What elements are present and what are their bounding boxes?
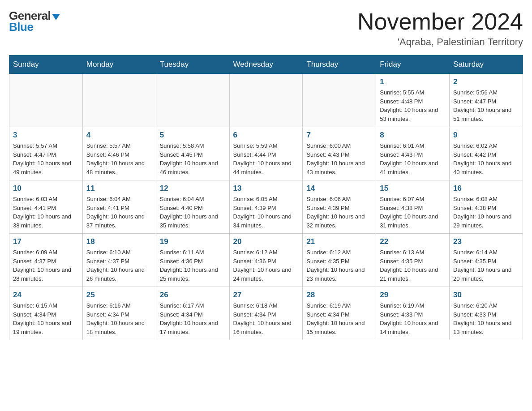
- calendar-cell: 25Sunrise: 6:16 AMSunset: 4:34 PMDayligh…: [82, 287, 156, 340]
- column-header-wednesday: Wednesday: [229, 56, 303, 74]
- day-number: 10: [13, 184, 79, 193]
- day-info: Sunrise: 6:02 AMSunset: 4:42 PMDaylight:…: [453, 141, 519, 176]
- day-number: 22: [380, 237, 446, 246]
- day-number: 19: [160, 237, 226, 246]
- calendar-cell: 1Sunrise: 5:55 AMSunset: 4:48 PMDaylight…: [376, 74, 450, 127]
- calendar-cell: 27Sunrise: 6:18 AMSunset: 4:34 PMDayligh…: [229, 287, 303, 340]
- day-info: Sunrise: 6:12 AMSunset: 4:36 PMDaylight:…: [233, 248, 299, 283]
- calendar-cell: 9Sunrise: 6:02 AMSunset: 4:42 PMDaylight…: [450, 127, 523, 180]
- calendar-cell: 20Sunrise: 6:12 AMSunset: 4:36 PMDayligh…: [229, 234, 303, 287]
- day-number: 23: [453, 237, 519, 246]
- calendar-cell: 5Sunrise: 5:58 AMSunset: 4:45 PMDaylight…: [156, 127, 229, 180]
- day-number: 25: [86, 291, 152, 300]
- day-info: Sunrise: 6:04 AMSunset: 4:41 PMDaylight:…: [86, 195, 152, 230]
- week-row-3: 10Sunrise: 6:03 AMSunset: 4:41 PMDayligh…: [9, 180, 523, 234]
- week-row-2: 3Sunrise: 5:57 AMSunset: 4:47 PMDaylight…: [9, 127, 523, 180]
- day-number: 14: [306, 184, 372, 193]
- calendar-subtitle: 'Aqraba, Palestinian Territory: [357, 36, 523, 48]
- column-header-saturday: Saturday: [450, 56, 523, 74]
- day-number: 3: [13, 131, 79, 140]
- day-info: Sunrise: 5:57 AMSunset: 4:47 PMDaylight:…: [13, 141, 79, 176]
- day-number: 4: [86, 131, 152, 140]
- calendar-cell: 24Sunrise: 6:15 AMSunset: 4:34 PMDayligh…: [9, 287, 83, 340]
- calendar-cell: 6Sunrise: 5:59 AMSunset: 4:44 PMDaylight…: [229, 127, 303, 180]
- calendar-cell: [156, 74, 229, 127]
- week-row-1: 1Sunrise: 5:55 AMSunset: 4:48 PMDaylight…: [9, 74, 523, 127]
- day-number: 11: [86, 184, 152, 193]
- calendar-title: November 2024: [357, 9, 523, 34]
- calendar-cell: 14Sunrise: 6:06 AMSunset: 4:39 PMDayligh…: [303, 180, 376, 234]
- day-info: Sunrise: 6:11 AMSunset: 4:36 PMDaylight:…: [160, 248, 226, 283]
- day-number: 8: [380, 131, 446, 140]
- calendar-cell: 12Sunrise: 6:04 AMSunset: 4:40 PMDayligh…: [156, 180, 229, 234]
- calendar-cell: 7Sunrise: 6:00 AMSunset: 4:43 PMDaylight…: [303, 127, 376, 180]
- calendar-cell: 17Sunrise: 6:09 AMSunset: 4:37 PMDayligh…: [9, 234, 83, 287]
- day-info: Sunrise: 6:12 AMSunset: 4:35 PMDaylight:…: [306, 248, 372, 283]
- calendar-cell: 16Sunrise: 6:08 AMSunset: 4:38 PMDayligh…: [450, 180, 523, 234]
- day-info: Sunrise: 5:55 AMSunset: 4:48 PMDaylight:…: [380, 88, 446, 123]
- day-info: Sunrise: 6:14 AMSunset: 4:35 PMDaylight:…: [453, 248, 519, 283]
- day-number: 20: [233, 237, 299, 246]
- day-number: 29: [380, 291, 446, 300]
- calendar-cell: [303, 74, 376, 127]
- day-number: 6: [233, 131, 299, 140]
- calendar-cell: 29Sunrise: 6:19 AMSunset: 4:33 PMDayligh…: [376, 287, 450, 340]
- day-number: 17: [13, 237, 79, 246]
- day-number: 28: [306, 291, 372, 300]
- calendar-cell: 8Sunrise: 6:01 AMSunset: 4:43 PMDaylight…: [376, 127, 450, 180]
- day-number: 7: [306, 131, 372, 140]
- calendar-cell: 2Sunrise: 5:56 AMSunset: 4:47 PMDaylight…: [450, 74, 523, 127]
- calendar-cell: 28Sunrise: 6:19 AMSunset: 4:34 PMDayligh…: [303, 287, 376, 340]
- day-number: 13: [233, 184, 299, 193]
- week-row-5: 24Sunrise: 6:15 AMSunset: 4:34 PMDayligh…: [9, 287, 523, 340]
- day-info: Sunrise: 6:09 AMSunset: 4:37 PMDaylight:…: [13, 248, 79, 283]
- day-info: Sunrise: 6:20 AMSunset: 4:33 PMDaylight:…: [453, 301, 519, 336]
- day-info: Sunrise: 6:18 AMSunset: 4:34 PMDaylight:…: [233, 301, 299, 336]
- calendar-cell: 11Sunrise: 6:04 AMSunset: 4:41 PMDayligh…: [82, 180, 156, 234]
- calendar-cell: 19Sunrise: 6:11 AMSunset: 4:36 PMDayligh…: [156, 234, 229, 287]
- logo: General Blue: [9, 9, 60, 34]
- calendar-cell: 26Sunrise: 6:17 AMSunset: 4:34 PMDayligh…: [156, 287, 229, 340]
- day-info: Sunrise: 6:16 AMSunset: 4:34 PMDaylight:…: [86, 301, 152, 336]
- logo-triangle-icon: [52, 14, 60, 20]
- week-row-4: 17Sunrise: 6:09 AMSunset: 4:37 PMDayligh…: [9, 234, 523, 287]
- day-info: Sunrise: 5:56 AMSunset: 4:47 PMDaylight:…: [453, 88, 519, 123]
- day-info: Sunrise: 5:57 AMSunset: 4:46 PMDaylight:…: [86, 141, 152, 176]
- day-info: Sunrise: 6:04 AMSunset: 4:40 PMDaylight:…: [160, 195, 226, 230]
- calendar-cell: 10Sunrise: 6:03 AMSunset: 4:41 PMDayligh…: [9, 180, 83, 234]
- calendar-cell: 4Sunrise: 5:57 AMSunset: 4:46 PMDaylight…: [82, 127, 156, 180]
- column-header-monday: Monday: [82, 56, 156, 74]
- calendar-cell: 22Sunrise: 6:13 AMSunset: 4:35 PMDayligh…: [376, 234, 450, 287]
- day-info: Sunrise: 5:59 AMSunset: 4:44 PMDaylight:…: [233, 141, 299, 176]
- day-info: Sunrise: 6:19 AMSunset: 4:34 PMDaylight:…: [306, 301, 372, 336]
- day-info: Sunrise: 6:17 AMSunset: 4:34 PMDaylight:…: [160, 301, 226, 336]
- day-number: 27: [233, 291, 299, 300]
- day-info: Sunrise: 6:01 AMSunset: 4:43 PMDaylight:…: [380, 141, 446, 176]
- day-info: Sunrise: 6:03 AMSunset: 4:41 PMDaylight:…: [13, 195, 79, 230]
- day-number: 26: [160, 291, 226, 300]
- day-number: 9: [453, 131, 519, 140]
- column-header-thursday: Thursday: [303, 56, 376, 74]
- day-number: 5: [160, 131, 226, 140]
- day-info: Sunrise: 6:07 AMSunset: 4:38 PMDaylight:…: [380, 195, 446, 230]
- day-number: 24: [13, 291, 79, 300]
- column-header-sunday: Sunday: [9, 56, 83, 74]
- calendar-cell: [9, 74, 83, 127]
- day-info: Sunrise: 6:06 AMSunset: 4:39 PMDaylight:…: [306, 195, 372, 230]
- column-header-friday: Friday: [376, 56, 450, 74]
- day-number: 12: [160, 184, 226, 193]
- day-number: 21: [306, 237, 372, 246]
- calendar-table: SundayMondayTuesdayWednesdayThursdayFrid…: [9, 55, 523, 340]
- title-area: November 2024 'Aqraba, Palestinian Terri…: [357, 9, 523, 48]
- calendar-cell: 21Sunrise: 6:12 AMSunset: 4:35 PMDayligh…: [303, 234, 376, 287]
- calendar-cell: 18Sunrise: 6:10 AMSunset: 4:37 PMDayligh…: [82, 234, 156, 287]
- calendar-header-row: SundayMondayTuesdayWednesdayThursdayFrid…: [9, 56, 523, 74]
- calendar-cell: 23Sunrise: 6:14 AMSunset: 4:35 PMDayligh…: [450, 234, 523, 287]
- calendar-cell: [82, 74, 156, 127]
- calendar-cell: [229, 74, 303, 127]
- calendar-cell: 15Sunrise: 6:07 AMSunset: 4:38 PMDayligh…: [376, 180, 450, 234]
- day-number: 30: [453, 291, 519, 300]
- calendar-cell: 30Sunrise: 6:20 AMSunset: 4:33 PMDayligh…: [450, 287, 523, 340]
- day-info: Sunrise: 6:08 AMSunset: 4:38 PMDaylight:…: [453, 195, 519, 230]
- day-number: 2: [453, 77, 519, 86]
